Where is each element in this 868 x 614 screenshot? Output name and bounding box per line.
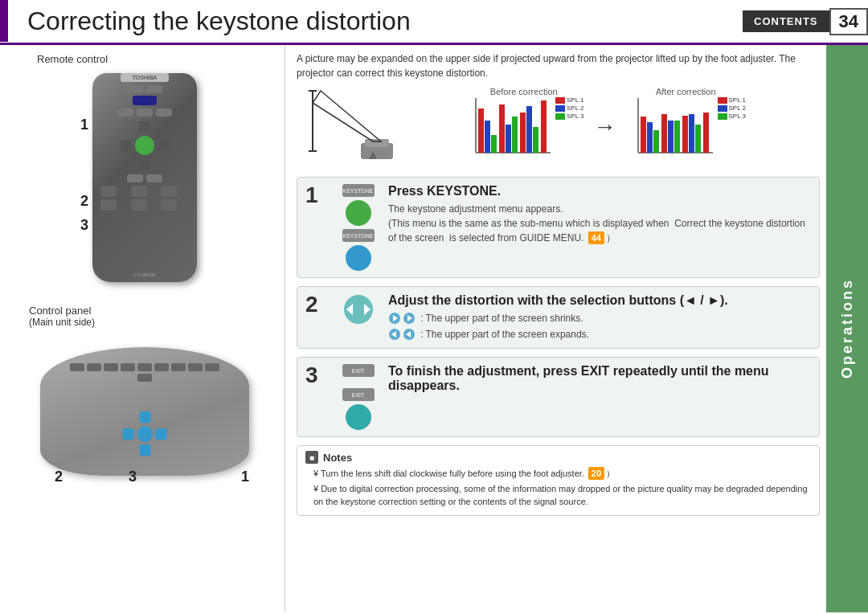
svg-rect-12 xyxy=(499,104,505,153)
expand-arrow-icon xyxy=(388,328,417,341)
remote-btn xyxy=(156,108,172,117)
remote-label-1: 1 xyxy=(80,117,88,133)
keystone-button-blue[interactable] xyxy=(346,245,371,271)
after-chart-legend: SPL 1 SPL 2 SPL 3 xyxy=(718,96,747,161)
step-3-icons: EXIT EXIT xyxy=(336,364,380,430)
svg-rect-22 xyxy=(641,117,646,153)
operations-sidebar: Operations xyxy=(826,45,868,612)
page-ref-20[interactable]: 20 xyxy=(588,467,604,480)
svg-rect-18 xyxy=(541,100,547,153)
cp-btn xyxy=(121,363,135,371)
exit-label-2: EXIT xyxy=(342,388,375,401)
after-legend-color-1 xyxy=(718,97,727,104)
step-1-content: Press KEYSTONE. The keystone adjustment … xyxy=(388,184,811,245)
remote-mid-buttons xyxy=(92,108,197,117)
remote-extra-btns xyxy=(92,174,197,182)
exit-label-1: EXIT xyxy=(342,364,375,377)
svg-rect-13 xyxy=(506,125,511,153)
keystone-button-green[interactable] xyxy=(346,200,371,226)
cp-dpad-up[interactable] xyxy=(139,411,150,423)
cp-btn xyxy=(87,363,101,371)
after-chart-group: After correction xyxy=(626,87,747,161)
right-panel: A picture may be expanded on the upper s… xyxy=(285,45,868,612)
step-2-main-text: Adjust the distortion with the selection… xyxy=(388,293,811,308)
exit-button[interactable] xyxy=(346,404,371,430)
remote-label-2: 2 xyxy=(80,193,88,210)
dpad-left[interactable] xyxy=(121,140,132,151)
step-2-number: 2 xyxy=(305,293,328,316)
before-chart-title: Before correction xyxy=(464,87,584,96)
legend-label-2: SPL 2 xyxy=(567,104,584,112)
note-item-2: ¥ Due to digital correction processing, … xyxy=(305,482,811,509)
remote-btn xyxy=(146,174,162,182)
remote-btn xyxy=(161,186,177,197)
after-legend-item-3: SPL 3 xyxy=(718,113,747,120)
left-panel: Remote control TOSHIBA xyxy=(0,45,285,612)
cp-btn xyxy=(104,363,118,371)
svg-rect-30 xyxy=(695,125,701,153)
after-legend-color-3 xyxy=(718,113,727,120)
step-2-content: Adjust the distortion with the selection… xyxy=(388,293,811,342)
legend-color-2 xyxy=(555,105,565,112)
before-chart-group: Before correction xyxy=(464,87,584,161)
step-1-sub-text-1: The keystone adjustment menu appears. xyxy=(388,202,811,216)
after-legend-label-1: SPL 1 xyxy=(729,96,747,104)
page-title: Correcting the keystone distortion xyxy=(27,6,411,36)
remote-btn xyxy=(127,85,143,93)
svg-rect-31 xyxy=(703,113,709,153)
svg-rect-16 xyxy=(526,106,532,153)
main-content: Remote control TOSHIBA xyxy=(0,45,868,612)
control-panel-diagram: 2 3 1 xyxy=(32,331,257,492)
cp-buttons-area xyxy=(64,363,225,382)
cp-label-3: 3 xyxy=(129,469,137,485)
cp-dpad-down[interactable] xyxy=(139,444,150,456)
dpad-right[interactable] xyxy=(158,140,169,151)
cp-btn xyxy=(171,363,186,371)
cp-btn xyxy=(70,363,84,371)
legend-label-1: SPL 1 xyxy=(567,96,584,104)
remote-control-diagram: TOSHIBA xyxy=(80,68,209,293)
svg-rect-1 xyxy=(365,139,389,147)
keystone-label-1: KEYSTONE xyxy=(342,184,375,197)
remote-body: TOSHIBA xyxy=(92,73,197,282)
remote-bottom-btns xyxy=(92,186,197,211)
remote-keystone-button[interactable] xyxy=(133,96,157,105)
svg-rect-25 xyxy=(661,114,667,153)
remote-btn xyxy=(161,199,177,211)
cp-dpad-left[interactable] xyxy=(123,428,134,440)
cp-dpad-center[interactable] xyxy=(137,426,153,442)
svg-rect-28 xyxy=(682,116,688,153)
after-chart-title: After correction xyxy=(626,87,747,96)
cp-label-1: 1 xyxy=(241,469,249,485)
step-1-icons: KEYSTONE KEYSTONE xyxy=(336,184,380,271)
chart-legend: SPL 1 SPL 2 SPL 3 xyxy=(555,96,584,161)
step-3-section: 3 EXIT EXIT To finish the adjustment, pr… xyxy=(297,357,820,437)
svg-rect-26 xyxy=(668,121,674,153)
dpad-down[interactable] xyxy=(139,158,150,170)
page-ref-44[interactable]: 44 xyxy=(588,231,604,244)
cp-btn xyxy=(154,363,169,371)
remote-btn xyxy=(131,199,147,211)
page-number: 34 xyxy=(829,8,868,35)
notes-title: ■ Notes xyxy=(305,451,811,464)
dpad-center[interactable] xyxy=(135,136,154,155)
remote-btn xyxy=(127,174,143,182)
svg-rect-15 xyxy=(520,113,526,153)
dpad-up[interactable] xyxy=(139,121,150,133)
remote-toshiba-label: TOSHIBA xyxy=(121,73,169,82)
note-item-1: ¥ Turn the lens shift dial clockwise ful… xyxy=(305,467,811,481)
svg-rect-27 xyxy=(674,121,680,153)
svg-rect-24 xyxy=(653,130,659,153)
legend-color-3 xyxy=(555,113,565,120)
step-1-main-text: Press KEYSTONE. xyxy=(388,184,811,199)
contents-button[interactable]: CONTENTS xyxy=(743,10,829,32)
step-2-sub-text-1: : The upper part of the screen shrinks. … xyxy=(388,311,811,342)
before-bar-chart xyxy=(464,96,552,161)
control-panel-label: Control panel xyxy=(29,305,91,317)
cp-dpad-right[interactable] xyxy=(156,428,167,440)
remote-top-buttons xyxy=(92,85,197,93)
after-legend-label-2: SPL 2 xyxy=(729,104,747,112)
svg-rect-14 xyxy=(512,117,518,153)
remote-model-text: CT-90136 xyxy=(134,272,155,277)
keystone-label-2: KEYSTONE xyxy=(342,229,375,242)
